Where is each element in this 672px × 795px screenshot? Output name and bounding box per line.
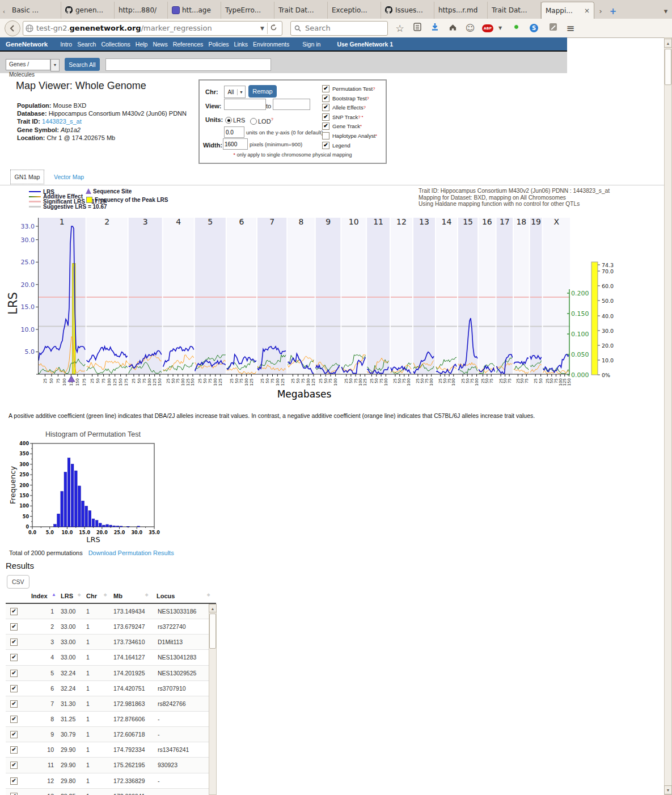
browser-scrollbar-down-icon[interactable]: ▼ [664,785,672,794]
browser-tab-mappi[interactable]: Mappi...× [541,2,594,19]
back-button[interactable] [5,20,20,36]
sort-icon[interactable]: ◆ [145,593,148,597]
units-lod-radio[interactable]: LOD? [250,117,273,125]
home-icon[interactable] [447,23,458,33]
col-locus[interactable]: Locus [157,593,175,599]
checkbox-icon[interactable] [322,132,329,139]
addon-s-icon[interactable]: S [530,24,541,32]
checkbox-icon[interactable]: ✔ [322,95,329,102]
option-bootstrap-test[interactable]: ✔Bootstrap Test ? [322,95,377,102]
row-mb: 172.336829 [113,777,145,784]
trait-id-link[interactable]: 1443823_s_at [42,118,82,125]
option-legend[interactable]: ✔Legend [322,142,377,149]
messenger-icon[interactable]: ☺ [464,23,476,33]
units-lrs-radio[interactable]: LRS [225,117,245,124]
browser-tab-exceptio[interactable]: Exceptio... [328,2,381,19]
search-category-dropdown-icon[interactable]: ▼ [50,59,60,71]
y-units-input[interactable] [224,126,244,138]
gn-search-band: Genes / Molecules ▼ Search All [0,52,567,73]
nav-link-news[interactable]: News [153,41,167,48]
nav-link-collections[interactable]: Collections [101,41,130,48]
svg-text:75: 75 [208,378,213,383]
browser-search-box[interactable] [290,21,388,36]
row-chr: 1 [86,716,90,722]
col-mb[interactable]: Mb [113,593,122,599]
new-tab-button[interactable]: + [607,4,619,19]
browser-tab-https-r-md[interactable]: https...r.md [434,2,488,19]
nav-link-help[interactable]: Help [136,41,148,48]
table-scrollbar-thumb[interactable] [209,614,216,649]
tab-vector-map[interactable]: Vector Map [54,174,84,180]
nav-link-sign-in[interactable]: Sign in [302,41,320,48]
nav-link-search[interactable]: Search [77,41,96,48]
nav-link-links[interactable]: Links [234,41,248,48]
bookmark-star-icon[interactable]: ☆ [394,23,405,34]
sort-icon[interactable]: ◆ [104,593,107,597]
tab-gn1-map[interactable]: GN1 Map [10,170,44,184]
browser-scrollbar-up-icon[interactable]: ▲ [664,39,672,48]
browser-toolbar: test-gn2.genenetwork.org/marker_regressi… [0,19,672,38]
csv-button[interactable]: CSV [7,575,29,589]
browser-tab-genen[interactable]: genen... [61,2,115,19]
browser-tab-basic[interactable]: Basic ... [8,2,61,19]
browser-tab-trait-dat[interactable]: Trait Dat... [488,2,541,19]
svg-text:50: 50 [324,378,328,383]
downloads-icon[interactable] [429,23,441,33]
browser-tab-typeerro[interactable]: TypeErro... [221,2,274,19]
col-lrs[interactable]: LRS [61,593,73,599]
reading-list-icon[interactable] [412,23,423,33]
tab-close-icon[interactable]: × [584,7,590,15]
search-all-button[interactable]: Search All [65,58,100,71]
option-gene-track[interactable]: ✔Gene Track * [322,122,377,130]
tab-scroll-right-icon[interactable]: › [594,4,607,19]
reload-button[interactable] [267,23,280,34]
github-icon [385,6,393,14]
edit-addon-icon[interactable] [547,23,559,33]
nav-link-intro[interactable]: Intro [60,41,72,48]
tab-scroll-left-icon[interactable]: ‹ [0,5,8,19]
search-category-select[interactable]: Genes / Molecules [6,59,50,70]
menu-icon[interactable]: ≡ [565,22,576,34]
adblock-dropdown-icon[interactable]: ▼ [495,26,506,31]
view-to-input[interactable] [273,99,310,110]
checkbox-icon[interactable]: ✔ [322,85,329,92]
browser-tab-htt-age[interactable]: htt...age [168,2,221,19]
checkbox-icon[interactable]: ✔ [322,104,329,111]
option-permutation-test[interactable]: ✔Permutation Test ? [322,85,377,92]
remap-button[interactable]: Remap [248,85,277,98]
nav-link-environments[interactable]: Environments [253,41,289,48]
adblock-icon[interactable]: ABP [482,24,493,32]
browser-search-input[interactable] [304,23,369,33]
browser-scrollbar-thumb[interactable] [665,49,671,85]
checkbox-icon[interactable]: ✔ [322,122,329,130]
gn-search-input[interactable] [105,58,271,71]
nav-link-references[interactable]: References [173,41,204,48]
svg-text:25: 25 [319,378,323,383]
url-bar[interactable]: test-gn2.genenetwork.org/marker_regressi… [23,21,282,36]
width-input[interactable] [223,138,248,150]
download-permutation-link[interactable]: Download Permutation Results [88,549,174,556]
option-haplotype-analyst[interactable]: Haplotype Analyst * [322,132,377,139]
checkbox-icon[interactable]: ✔ [322,113,329,121]
sort-asc-icon[interactable]: ▲ [52,592,56,597]
genenetwork-brand[interactable]: GeneNetwork [6,41,48,48]
svg-text:25: 25 [344,378,349,383]
url-dropdown-icon[interactable]: ▼ [257,26,267,31]
table-scrollbar-up-icon[interactable]: ▲ [209,604,217,612]
option-allele-effects[interactable]: ✔Allele Effects ? [322,104,377,111]
use-genenetwork1-link[interactable]: Use GeneNetwork 1 [337,41,393,48]
sort-icon[interactable]: ◆ [78,593,81,597]
tab-list-dropdown-icon[interactable]: ▾ [660,4,672,19]
browser-scrollbar[interactable] [664,37,672,795]
col-chr[interactable]: Chr [86,593,97,599]
col-index[interactable]: Index [31,593,48,599]
nav-link-policies[interactable]: Policies [208,41,229,48]
view-from-input[interactable] [224,99,266,110]
sort-icon[interactable]: ◆ [207,593,210,597]
browser-tab-trait-dat[interactable]: Trait Dat... [274,2,328,19]
option-snp-track[interactable]: ✔SNP Track ? * [322,113,377,121]
chr-select[interactable]: All▼ [224,86,246,98]
checkbox-icon[interactable]: ✔ [322,142,329,149]
browser-tab-issues[interactable]: Issues... [381,2,434,19]
browser-tab-http-880[interactable]: http:...880/ [115,2,168,19]
